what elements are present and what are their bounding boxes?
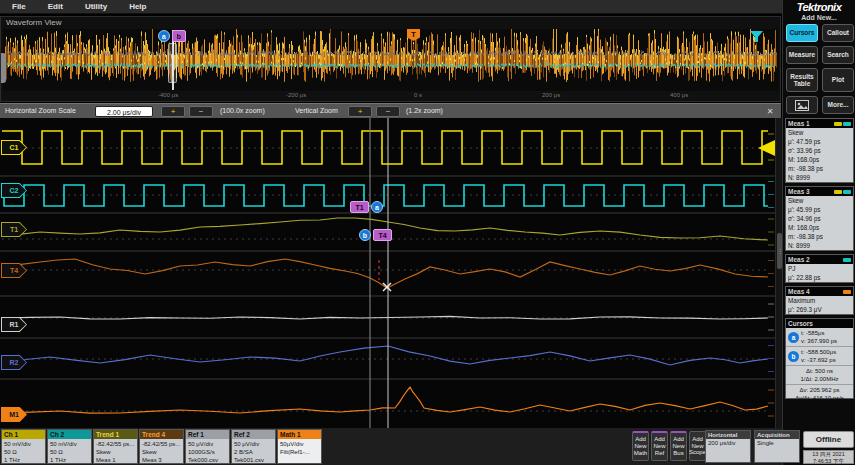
waveform-trace-m1[interactable] (2, 387, 768, 413)
vertical-scrollbar[interactable]: ⋮ (775, 118, 782, 428)
overview-cursor-b-badge[interactable]: b (172, 30, 186, 42)
overview-filter-icon[interactable] (749, 30, 764, 44)
cursor-t4-badge[interactable]: T4 (373, 229, 392, 241)
meas-line: m: -98.38 ps (788, 165, 851, 174)
inv-delta-t: 1/Δt: 2.00MHz (800, 376, 838, 382)
zoomed-waveform-area[interactable]: C1 C2 T1 T4 R1 R2 M1 T1 a b T4 ⋮ (0, 118, 782, 428)
cursor-a-t: t: -585μs (801, 330, 824, 336)
meas1-badge[interactable]: Meas 1 Skew μ': 47.59 ps σ': 33.96 ps M:… (785, 118, 854, 183)
add-image-button[interactable] (786, 96, 818, 114)
waveform-plot[interactable] (0, 118, 775, 428)
badge-line: 1000GS/s (188, 448, 227, 456)
meas-line: μ': 45.99 ps (788, 206, 851, 215)
meas-line: N: 8999 (788, 242, 851, 251)
datetime-display: 13 四月 2021 7:46:53 下午 (803, 450, 854, 464)
source-color-chip (843, 122, 851, 126)
badge-line: 50μV/div (280, 440, 319, 448)
badge-math1[interactable]: Math 1 50μV/divFilt(Ref1-... (277, 429, 322, 464)
tektronix-logo: Tektronix (783, 1, 855, 13)
badge-header: Ref 2 (232, 430, 275, 439)
overview-tick-label: 0 s (414, 92, 422, 98)
badge-line: 50 mV/div (4, 440, 43, 448)
meas2-badge[interactable]: Meas 2 PJ μ': 22.88 ps (785, 254, 854, 283)
overview-drag-tab[interactable] (1, 53, 6, 83)
time-text: 7:46:53 下午 (813, 458, 844, 464)
badge-line: -82.42/55 ps... (96, 440, 135, 448)
vertical-zoom-label: Vertical Zoom (295, 107, 338, 114)
badge-ref1[interactable]: Ref 1 50 μV/div1000GS/sTek000.csv (185, 429, 230, 464)
meas-line: PJ (788, 265, 851, 274)
badge-header: Math 1 (278, 430, 321, 439)
horizontal-badge[interactable]: Horizontal 200 μs/div (705, 430, 751, 463)
cursor-b-chip: b (788, 351, 799, 362)
meas-line: μ': 22.88 ps (788, 274, 851, 283)
add-results-table-button[interactable]: Results Table (786, 68, 818, 92)
source-color-chip (843, 190, 851, 194)
offline-button[interactable]: Offline (803, 431, 854, 448)
more-button[interactable]: More... (822, 96, 854, 114)
waveform-trace-t4[interactable] (2, 259, 768, 288)
badge-header: Trend 4 (140, 430, 183, 439)
cursor-b-badge[interactable]: b (359, 229, 371, 241)
hzoom-increase-button[interactable]: + (161, 106, 185, 117)
channel-handle-label: T1 (2, 223, 26, 236)
meas-line: μ': 269.3 μV (788, 306, 851, 315)
overview-axis-ticks: -400 μs-200 μs0 s200 μs400 μs (3, 92, 779, 101)
image-icon (795, 100, 809, 111)
waveform-trace-c1[interactable] (2, 131, 768, 164)
cursor-t1-badge[interactable]: T1 (350, 201, 369, 213)
meas4-badge[interactable]: Meas 4 Maximum μ': 269.3 μV (785, 286, 854, 315)
badge-line: Tek000.csv (188, 456, 227, 463)
badge-trend4[interactable]: Trend 4 -82.42/55 ps...SkewMeas 3 (139, 429, 184, 464)
tekscope-window: File Edit Utility Help Waveform View -40… (0, 0, 855, 465)
horizontal-zoom-scale-input[interactable]: 2.00 μs/div (95, 106, 153, 117)
waveform-trace-r2[interactable] (2, 346, 768, 365)
meas-line: μ': 47.59 ps (788, 138, 851, 147)
meas3-badge[interactable]: Meas 3 Skew μ': 45.99 ps σ': 34.96 ps M:… (785, 186, 854, 251)
badge-ref2[interactable]: Ref 2 50 μV/div2 B/SATek001.csv (231, 429, 276, 464)
badge-trend1[interactable]: Trend 1 -82.42/55 ps...SkewMeas 1 (93, 429, 138, 464)
meas-line: σ': 33.96 ps (788, 147, 851, 156)
add-new-scope-button[interactable]: Add New Scope (689, 431, 706, 461)
acquisition-badge[interactable]: Acquisition Single (754, 430, 800, 463)
trigger-level-arrow[interactable] (758, 140, 775, 156)
add-new-math-button[interactable]: Add New Math (632, 431, 649, 461)
menu-item-edit[interactable]: Edit (48, 2, 63, 11)
meas-line: Skew (788, 129, 851, 138)
add-search-button[interactable]: Search (822, 46, 854, 64)
menu-item-file[interactable]: File (12, 2, 26, 11)
add-callout-button[interactable]: Callout (822, 24, 854, 42)
badge-line: Tek001.csv (234, 456, 273, 463)
waveform-overview-panel: Waveform View -400 μs-200 μs0 s200 μs400… (0, 16, 781, 102)
add-new-bus-button[interactable]: Add New Bus (670, 431, 687, 461)
overview-spectrogram[interactable] (3, 29, 779, 91)
add-new-ref-button[interactable]: Add New Ref (651, 431, 668, 461)
cursor-a-badge[interactable]: a (371, 201, 383, 213)
menu-item-utility[interactable]: Utility (85, 2, 107, 11)
waveform-trace-c2[interactable] (2, 185, 768, 206)
badge-line: 50 Ω (50, 448, 89, 456)
overview-tick-label: 400 μs (670, 92, 688, 98)
badge-line: Meas 3 (142, 456, 181, 463)
cursors-readout-panel[interactable]: Cursors a t: -585μs v: 367.990 ps b t: -… (785, 318, 854, 399)
badge-ch1[interactable]: Ch 1 50 mV/div50 Ω1 THz (1, 429, 46, 464)
zoom-close-icon[interactable]: ✕ (764, 106, 776, 117)
overview-cursor-handle[interactable] (168, 43, 177, 83)
menu-item-help[interactable]: Help (129, 2, 146, 11)
hzoom-decrease-button[interactable]: − (189, 106, 213, 117)
vzoom-increase-button[interactable]: + (348, 106, 372, 117)
vzoom-decrease-button[interactable]: − (376, 106, 400, 117)
overview-cursor-a-badge[interactable]: a (158, 30, 170, 42)
badge-line: Filt(Ref1-... (280, 448, 319, 456)
overview-title: Waveform View (6, 18, 62, 27)
add-plot-button[interactable]: Plot (822, 68, 854, 92)
add-cursors-button[interactable]: Cursors (786, 24, 818, 42)
source-color-chip (834, 190, 842, 194)
channel-handle-label: R1 (2, 318, 26, 331)
add-measure-button[interactable]: Measure (786, 46, 818, 64)
source-color-chip (843, 258, 851, 262)
hzoom-readout: (100.0x zoom) (220, 107, 265, 114)
badge-header: Trend 1 (94, 430, 137, 439)
badge-ch2[interactable]: Ch 2 50 mV/div50 Ω1 THz (47, 429, 92, 464)
zoom-toolbar: Horizontal Zoom Scale 2.00 μs/div + − (1… (0, 103, 781, 118)
